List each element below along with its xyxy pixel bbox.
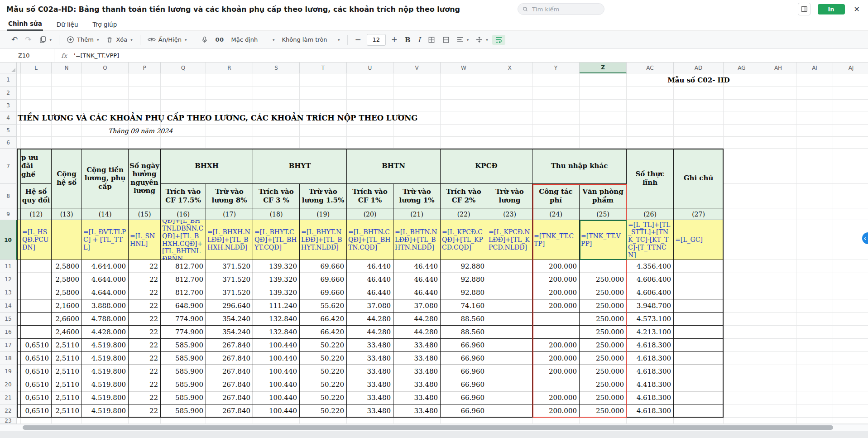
- header-O[interactable]: Cộng tiền lương, phụ cấp: [82, 149, 129, 208]
- cell-U10[interactable]: =[L_BHTN.CQĐ]+[TL_BHTN.CQĐ]: [347, 220, 393, 260]
- cell[interactable]: [760, 184, 796, 208]
- cell[interactable]: [487, 125, 532, 137]
- cell[interactable]: [300, 87, 347, 100]
- cell[interactable]: [441, 87, 487, 100]
- cell[interactable]: [347, 137, 393, 149]
- cell[interactable]: [52, 73, 82, 87]
- cell[interactable]: [487, 137, 532, 149]
- cell[interactable]: [300, 73, 347, 87]
- cell-Q19[interactable]: 585.900: [161, 365, 206, 378]
- cell-Z13[interactable]: 250.000: [580, 286, 627, 299]
- cell-W16[interactable]: 88.560: [441, 326, 487, 339]
- row-header-2[interactable]: 2: [0, 87, 17, 100]
- cell[interactable]: [580, 418, 627, 424]
- row-header-17[interactable]: 17: [0, 339, 17, 352]
- cell-N15[interactable]: 2,6600: [52, 313, 82, 326]
- cell[interactable]: [796, 273, 833, 286]
- header-W[interactable]: KPCĐ: [441, 149, 532, 184]
- column-header-X[interactable]: X: [487, 63, 532, 73]
- cell-T17[interactable]: 50.220: [300, 339, 347, 352]
- cell-Q13[interactable]: 812.700: [161, 286, 206, 299]
- cell-T16[interactable]: 66.420: [300, 326, 347, 339]
- column-number-O[interactable]: (14): [82, 208, 129, 220]
- column-header-R[interactable]: R: [206, 63, 253, 73]
- cell[interactable]: [441, 137, 487, 149]
- cell[interactable]: [674, 137, 724, 149]
- row-header-18[interactable]: 18: [0, 352, 17, 365]
- cell[interactable]: [129, 418, 161, 424]
- cell-X12[interactable]: [487, 273, 532, 286]
- font-size-input[interactable]: 12: [367, 34, 386, 46]
- cell[interactable]: [21, 418, 52, 424]
- cell-AD16[interactable]: [674, 326, 724, 339]
- cell[interactable]: [796, 220, 833, 260]
- cell-W19[interactable]: 66.960: [441, 365, 487, 378]
- cell-P18[interactable]: 22: [129, 352, 161, 365]
- menu-tab-help[interactable]: Trợ giúp: [91, 19, 118, 30]
- cell-V14[interactable]: 37.080: [393, 299, 441, 313]
- rounding-dropdown[interactable]: Không làm tròn ▾: [279, 34, 343, 45]
- cell[interactable]: [724, 378, 760, 391]
- cell-AC16[interactable]: 4.213.100: [627, 326, 674, 339]
- cell-AC14[interactable]: 3.948.700: [627, 299, 674, 313]
- cell-V21[interactable]: 33.480: [393, 391, 441, 404]
- cell[interactable]: [300, 137, 347, 149]
- cell-Q21[interactable]: 585.900: [161, 391, 206, 404]
- close-icon[interactable]: ✕: [852, 4, 862, 14]
- italic-button[interactable]: I: [415, 34, 424, 46]
- cell-AD10[interactable]: =[L_GC]: [674, 220, 724, 260]
- cell-AD19[interactable]: [674, 365, 724, 378]
- cell-R21[interactable]: 267.840: [206, 391, 253, 404]
- cell-AC12[interactable]: 4.606.400: [627, 273, 674, 286]
- column-header-O[interactable]: O: [82, 63, 129, 73]
- cell[interactable]: [760, 125, 796, 137]
- cell-U20[interactable]: 33.480: [347, 378, 393, 391]
- cell-R15[interactable]: 354.240: [206, 313, 253, 326]
- cell[interactable]: [760, 299, 796, 313]
- cell-L17[interactable]: 0,6510: [21, 339, 52, 352]
- cell-V10[interactable]: =[L_BHTN.NLĐĐ]+[TL_BHTN.NLĐĐ]: [393, 220, 441, 260]
- cell-Z10[interactable]: =[TNK_TT.VPP]: [580, 220, 627, 260]
- cell[interactable]: [833, 352, 868, 365]
- decrease-font-button[interactable]: −: [352, 34, 364, 45]
- cell[interactable]: [724, 208, 760, 220]
- cell[interactable]: [161, 418, 206, 424]
- cell-W14[interactable]: 74.160: [441, 299, 487, 313]
- cell-R11[interactable]: 371.520: [206, 260, 253, 273]
- cell-K20[interactable]: %: [17, 378, 21, 391]
- row-header-22[interactable]: 22: [0, 404, 17, 418]
- row-header-10[interactable]: 10: [0, 220, 17, 260]
- cell[interactable]: [796, 339, 833, 352]
- cell[interactable]: [833, 87, 868, 100]
- cell-V12[interactable]: 46.440: [393, 273, 441, 286]
- merge-cells-button[interactable]: [439, 34, 453, 45]
- cell-N11[interactable]: 2,5800: [52, 260, 82, 273]
- cell-AC15[interactable]: 4.573.100: [627, 313, 674, 326]
- cell[interactable]: [393, 100, 441, 111]
- cell-O13[interactable]: 4.644.000: [82, 286, 129, 299]
- row-header-13[interactable]: 13: [0, 286, 17, 299]
- cell-O15[interactable]: 4.788.000: [82, 313, 129, 326]
- cell[interactable]: [760, 391, 796, 404]
- cell[interactable]: [206, 100, 253, 111]
- cell-R17[interactable]: 267.840: [206, 339, 253, 352]
- cell-X13[interactable]: [487, 286, 532, 299]
- cell[interactable]: [833, 418, 868, 424]
- column-number-S[interactable]: (18): [253, 208, 300, 220]
- cell-Q15[interactable]: 774.900: [161, 313, 206, 326]
- cell-X22[interactable]: [487, 404, 532, 418]
- cell-Y22[interactable]: 200.000: [532, 404, 580, 418]
- cell[interactable]: [760, 378, 796, 391]
- cell-Q16[interactable]: 774.900: [161, 326, 206, 339]
- cell-T18[interactable]: 50.220: [300, 352, 347, 365]
- cell[interactable]: [674, 87, 724, 100]
- menu-tab-data[interactable]: Dữ liệu: [56, 19, 79, 30]
- cell[interactable]: [796, 149, 833, 184]
- cell[interactable]: [82, 418, 129, 424]
- cell-K15[interactable]: [17, 313, 21, 326]
- cell[interactable]: [796, 111, 833, 125]
- cell-Y20[interactable]: [532, 378, 580, 391]
- cell[interactable]: [724, 111, 760, 125]
- cell[interactable]: [487, 73, 532, 87]
- borders-button[interactable]: [425, 34, 438, 45]
